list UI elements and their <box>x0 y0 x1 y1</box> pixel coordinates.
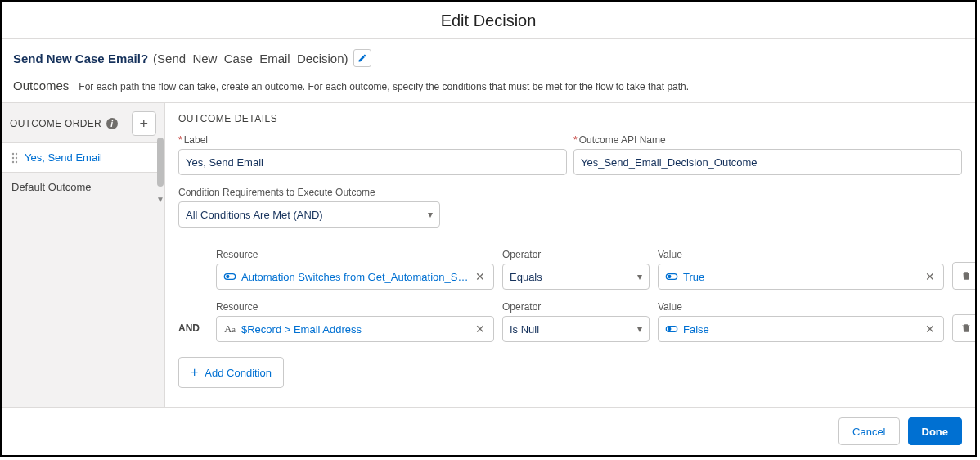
outcome-label-input[interactable] <box>178 149 567 175</box>
add-condition-label: Add Condition <box>205 367 272 379</box>
condition-row: AND Resource Aa $Record > Email Address … <box>178 300 962 342</box>
text-type-icon: Aa <box>223 322 236 336</box>
outcomes-heading: Outcomes <box>13 79 69 92</box>
outcome-order-label: OUTCOME ORDER <box>10 118 101 129</box>
outcome-order-sidebar: OUTCOME ORDER i + Yes, Send Email Defaul… <box>2 103 165 407</box>
decision-api-name: (Send_New_Case_Email_Decision) <box>153 52 348 65</box>
resource-value: $Record > Email Address <box>241 323 362 336</box>
add-condition-button[interactable]: + Add Condition <box>178 357 284 388</box>
modal-header: Edit Decision <box>2 2 975 39</box>
edit-decision-modal: Edit Decision Send New Case Email? (Send… <box>0 0 977 457</box>
resource-picker[interactable]: Aa $Record > Email Address ✕ <box>216 316 494 342</box>
resource-value: Automation Switches from Get_Automation_… <box>241 271 469 283</box>
info-icon[interactable]: i <box>106 118 118 129</box>
svg-point-3 <box>16 156 17 158</box>
condition-requirements-label: Condition Requirements to Execute Outcom… <box>178 187 440 198</box>
pencil-icon <box>357 53 367 63</box>
add-outcome-button[interactable]: + <box>132 111 156 136</box>
outcome-item-yes-send-email[interactable]: Yes, Send Email <box>2 142 164 173</box>
condition-requirements-value: All Conditions Are Met (AND) <box>186 209 323 221</box>
chevron-down-icon: ▾ <box>428 209 433 220</box>
operator-value: Equals <box>510 271 542 283</box>
cancel-button[interactable]: Cancel <box>838 417 899 445</box>
outcome-list: Yes, Send Email Default Outcome <box>2 142 164 201</box>
clear-value-button[interactable]: ✕ <box>924 322 937 336</box>
edit-decision-button[interactable] <box>353 49 371 67</box>
drag-handle-icon[interactable] <box>11 152 18 164</box>
outcome-details-panel: OUTCOME DETAILS Label Outcome API Name C… <box>165 103 975 407</box>
conditions-list: Resource Automation Switches from Get_Au… <box>178 247 962 388</box>
done-button[interactable]: Done <box>908 417 963 445</box>
plus-icon: + <box>191 366 198 379</box>
value-value: False <box>683 323 709 336</box>
delete-condition-button[interactable] <box>952 262 975 290</box>
value-picker[interactable]: True ✕ <box>658 264 944 290</box>
decision-summary: Send New Case Email? (Send_New_Case_Emai… <box>2 39 975 102</box>
modal-footer: Cancel Done <box>2 407 975 455</box>
resource-column-label: Resource <box>216 249 494 260</box>
operator-column-label: Operator <box>502 249 650 260</box>
boolean-type-icon <box>223 270 236 283</box>
svg-point-7 <box>226 275 229 278</box>
outcome-api-input[interactable] <box>573 149 962 175</box>
boolean-type-icon <box>665 322 678 336</box>
value-column-label: Value <box>658 249 944 260</box>
condition-prefix <box>178 261 208 276</box>
outcome-item-label: Yes, Send Email <box>25 151 102 164</box>
operator-select[interactable]: Equals ▾ <box>502 264 650 290</box>
clear-resource-button[interactable]: ✕ <box>474 322 487 336</box>
outcome-item-label: Default Outcome <box>11 181 92 193</box>
value-value: True <box>683 271 704 283</box>
api-field-label: Outcome API Name <box>573 134 962 146</box>
condition-requirements-select[interactable]: All Conditions Are Met (AND) ▾ <box>178 201 440 228</box>
decision-label: Send New Case Email? <box>13 52 148 65</box>
label-field-label: Label <box>178 134 567 146</box>
outcome-item-default[interactable]: Default Outcome <box>2 173 164 201</box>
svg-point-9 <box>668 275 671 278</box>
resource-column-label: Resource <box>216 301 494 313</box>
svg-point-2 <box>12 156 14 158</box>
condition-prefix: AND <box>178 308 208 334</box>
svg-point-11 <box>668 327 671 331</box>
svg-point-1 <box>16 152 17 154</box>
value-picker[interactable]: False ✕ <box>658 316 944 342</box>
operator-column-label: Operator <box>502 301 650 313</box>
scrollbar-thumb[interactable] <box>157 138 164 187</box>
outcome-details-heading: OUTCOME DETAILS <box>178 113 962 124</box>
delete-condition-button[interactable] <box>952 314 975 342</box>
boolean-type-icon <box>665 270 678 283</box>
scroll-down-icon[interactable]: ▼ <box>156 195 164 203</box>
svg-point-5 <box>16 160 17 162</box>
trash-icon <box>960 270 972 282</box>
operator-select[interactable]: Is Null ▾ <box>502 316 650 342</box>
operator-value: Is Null <box>510 323 539 336</box>
clear-resource-button[interactable]: ✕ <box>474 270 487 283</box>
chevron-down-icon: ▾ <box>637 323 642 335</box>
clear-value-button[interactable]: ✕ <box>924 270 937 283</box>
value-column-label: Value <box>658 301 944 313</box>
trash-icon <box>960 322 972 334</box>
outcomes-description: For each path the flow can take, create … <box>79 81 689 92</box>
resource-picker[interactable]: Automation Switches from Get_Automation_… <box>216 264 494 290</box>
svg-point-4 <box>12 160 14 162</box>
modal-title: Edit Decision <box>2 11 975 30</box>
chevron-down-icon: ▾ <box>637 271 642 282</box>
svg-point-0 <box>12 152 14 154</box>
condition-row: Resource Automation Switches from Get_Au… <box>178 247 962 290</box>
